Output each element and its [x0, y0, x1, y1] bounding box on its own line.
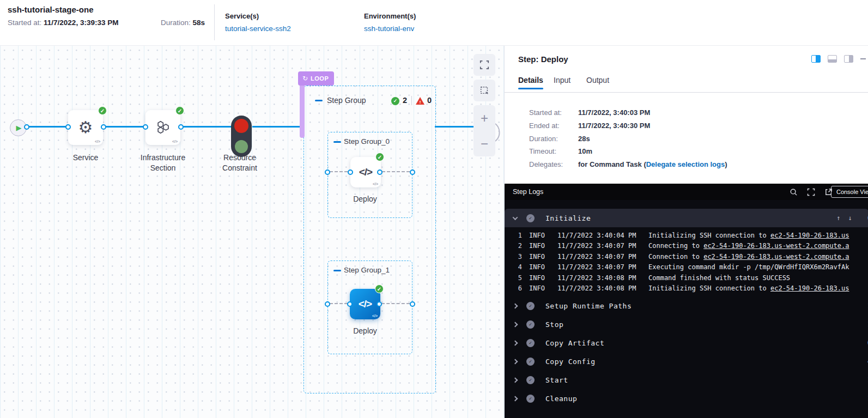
- environments-label: Environment(s): [364, 12, 416, 20]
- code-icon: </>: [359, 166, 372, 178]
- environment-link[interactable]: ssh-tutorial-env: [364, 25, 414, 33]
- check-circle-icon: ✓: [526, 395, 535, 403]
- console-view-toggle[interactable]: Console View: [831, 186, 868, 198]
- port: [65, 124, 71, 130]
- log-line-number: 5: [505, 274, 522, 282]
- code-icon: </>: [172, 140, 178, 143]
- log-section-stop[interactable]: ✓ Stop 1: [505, 315, 868, 334]
- log-section-cleanup[interactable]: ✓ Cleanup 1: [505, 389, 868, 408]
- node-infrastructure[interactable]: ✓ </>: [145, 110, 180, 145]
- log-level: INFO: [529, 253, 549, 261]
- log-section-copy-artifact[interactable]: ✓ Copy Artifact 6: [505, 334, 868, 352]
- node-service[interactable]: ⚙ ✓ </>: [68, 110, 103, 145]
- chevron-right-icon: [513, 322, 518, 327]
- fullscreen-button[interactable]: [474, 54, 495, 76]
- check-circle-icon: ✓: [526, 320, 535, 329]
- code-icon: </>: [95, 140, 100, 143]
- edge: [27, 126, 70, 128]
- log-time: 11/7/2022 3:40:07 PM: [557, 253, 639, 261]
- detail-value-suffix: ): [725, 160, 727, 168]
- step-group-0-label: Step Group_0: [344, 137, 390, 146]
- node-deploy-1-selected[interactable]: </> ✓ </>: [350, 289, 380, 319]
- service-link[interactable]: tutorial-service-ssh2: [225, 25, 291, 33]
- started-at: Started at: 11/7/2022, 3:39:33 PM: [8, 19, 118, 27]
- selection-tool-button[interactable]: [474, 80, 495, 101]
- layout-bottom-view-icon[interactable]: [828, 55, 837, 63]
- node-deploy-0[interactable]: </> ✓ </>: [350, 157, 381, 187]
- detail-label: Timeout:: [529, 147, 578, 155]
- detail-value: 11/7/2022, 3:40:30 PM: [578, 122, 650, 130]
- zoom-out-button[interactable]: −: [481, 137, 488, 150]
- node-label-resource-constraint: Resource Constraint: [210, 153, 270, 173]
- loop-icon: ↻: [302, 75, 308, 82]
- layout-right-view-icon[interactable]: [844, 55, 853, 63]
- collapse-icon[interactable]: [333, 270, 341, 271]
- node-label-deploy-1: Deploy: [332, 326, 398, 336]
- tab-input[interactable]: Input: [554, 76, 570, 84]
- log-line-number: 1: [505, 232, 522, 239]
- duration: Duration: 58s: [161, 19, 205, 27]
- started-at-label: Started at:: [8, 19, 41, 27]
- detail-label: Started at:: [529, 108, 578, 117]
- gear-icon: ⚙: [78, 119, 93, 136]
- log-link: ec2-54-190-26-183.us-west-2.compute.a: [703, 253, 849, 261]
- port: [348, 169, 353, 175]
- zoom-in-button[interactable]: +: [481, 112, 488, 125]
- tab-details[interactable]: Details: [518, 76, 543, 84]
- pipeline-canvas[interactable]: ▶ ⚙ ✓ </> Service ✓ </> Infrastruct: [0, 46, 504, 418]
- success-count: 2: [403, 96, 407, 105]
- check-circle-icon: ✓: [526, 358, 535, 366]
- log-link: ec2-54-190-26-183.us-west-2.compute.a: [703, 242, 849, 250]
- log-line: 2INFO11/7/2022 3:40:07 PMConnecting to e…: [505, 241, 868, 252]
- collapse-icon[interactable]: [333, 141, 341, 143]
- red-light-icon: [234, 119, 248, 133]
- log-section-copy-config[interactable]: ✓ Copy Config 4: [505, 352, 868, 371]
- step-logs-title: Step Logs: [513, 188, 543, 196]
- minimize-icon[interactable]: [860, 58, 866, 59]
- log-level: INFO: [529, 242, 549, 250]
- layout-split-view-icon[interactable]: [811, 55, 821, 63]
- node-resource-constraint[interactable]: [231, 116, 252, 157]
- log-text: Executing command mkdir -p /tmp/QWrdHfIQ…: [648, 263, 849, 271]
- log-level: INFO: [529, 284, 549, 292]
- count-divider: [411, 96, 412, 105]
- log-text: Connection to: [648, 253, 703, 261]
- expand-logs-icon[interactable]: [807, 188, 815, 196]
- logs-body: ✓ Initialize ↑↓ 6 1INFO11/7/2022 3:40:04…: [505, 200, 868, 418]
- detail-value: 28s: [578, 135, 590, 143]
- log-section-setup-runtime-paths[interactable]: ✓ Setup Runtime Paths 1: [505, 296, 868, 315]
- loop-badge-label: LOOP: [311, 75, 329, 82]
- step-logs-header: Step Logs Console View: [505, 184, 868, 200]
- loop-badge: ↻ LOOP: [298, 71, 334, 86]
- log-text: Initializing SSH connection to: [648, 284, 770, 292]
- delegate-selection-logs-link[interactable]: Delegate selection logs: [646, 160, 725, 168]
- log-time: 11/7/2022 3:40:07 PM: [557, 263, 639, 271]
- port: [178, 124, 184, 130]
- detail-row-started: Started at:11/7/2022, 3:40:03 PM: [529, 108, 650, 117]
- chevron-right-icon: [513, 396, 518, 401]
- edge: [252, 126, 301, 128]
- log-line-number: 6: [505, 284, 522, 292]
- log-line: 5INFO11/7/2022 3:40:08 PMCommand finishe…: [505, 272, 868, 283]
- search-icon[interactable]: [790, 188, 798, 196]
- log-time: 11/7/2022 3:40:08 PM: [557, 284, 639, 292]
- port: [24, 124, 29, 130]
- dashed-connector: [330, 303, 348, 304]
- scroll-arrows-icon[interactable]: ↑↓: [836, 214, 859, 222]
- log-line: 1INFO11/7/2022 3:40:04 PMInitializing SS…: [505, 230, 868, 241]
- log-section-initialize[interactable]: ✓ Initialize ↑↓ 6: [505, 209, 868, 227]
- edge: [105, 126, 147, 128]
- collapse-icon[interactable]: [315, 100, 323, 101]
- failed-count: 0: [427, 96, 432, 105]
- detail-label: Duration:: [529, 135, 578, 143]
- pipeline-execution-page: ssh-tutorial-stage-one Started at: 11/7/…: [0, 0, 868, 418]
- detail-row-delegates: Delegates:for Command Task (Delegate sel…: [529, 160, 727, 168]
- detail-label: Ended at:: [529, 122, 578, 130]
- chevron-right-icon: [513, 377, 518, 383]
- log-section-name: Cleanup: [545, 395, 577, 403]
- panel-title: Step: Deploy: [518, 54, 568, 64]
- log-text: Initializing SSH connection to: [648, 232, 770, 239]
- green-light-icon: [235, 140, 248, 153]
- tab-output[interactable]: Output: [586, 76, 609, 84]
- log-section-start[interactable]: ✓ Start 1: [505, 371, 868, 389]
